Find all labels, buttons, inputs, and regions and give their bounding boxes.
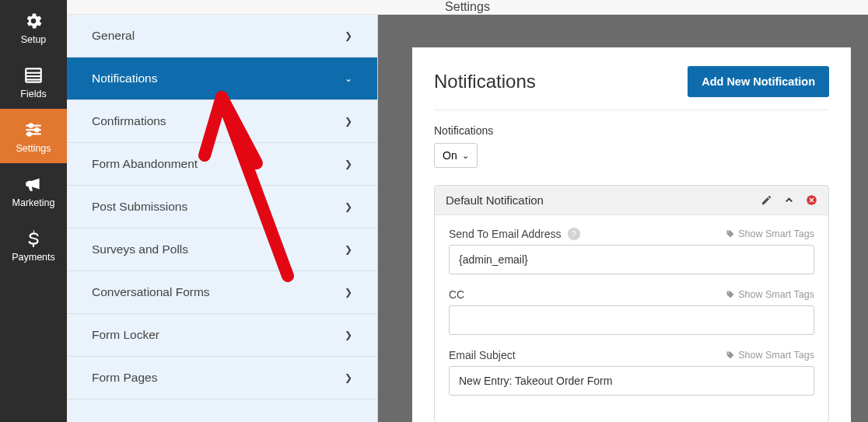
bullhorn-icon [23,174,44,194]
field-cc: CC Show Smart Tags [449,288,814,335]
cc-input[interactable] [449,305,814,335]
delete-icon[interactable] [806,194,817,206]
show-smart-tags-link[interactable]: Show Smart Tags [726,228,814,239]
sidebar-item-marketing[interactable]: Marketing [0,163,67,218]
submenu-label: Form Abandonment [92,157,198,171]
notifications-toggle-select[interactable]: On ⌄ [434,143,478,168]
sidebar-label: Fields [0,89,67,99]
submenu-label: Form Pages [92,371,157,385]
chevron-right-icon: ❯ [345,287,352,298]
page-title: Settings [445,0,490,14]
submenu-label: Confirmations [92,114,166,128]
card-title: Default Notification [446,194,544,207]
field-send-to: Send To Email Address ? Show Smart Tags [449,228,814,274]
tag-icon [726,351,735,360]
sidebar-label: Settings [0,143,67,154]
submenu-label: Surveys and Polls [92,242,188,256]
add-notification-button[interactable]: Add New Notification [688,66,829,97]
svg-point-7 [35,128,38,131]
submenu-item-post-submissions[interactable]: Post Submissions❯ [67,186,377,228]
field-label: Email Subject [449,349,516,361]
chevron-right-icon: ❯ [345,372,352,383]
chevron-down-icon: ⌄ [345,73,352,84]
settings-submenu: General❯ Notifications⌄ Confirmations❯ F… [67,15,378,422]
submenu-item-conversational-forms[interactable]: Conversational Forms❯ [67,271,377,314]
sidebar-label: Marketing [0,197,67,208]
sliders-icon [23,120,44,140]
sidebar-item-setup[interactable]: Setup [0,0,67,54]
show-smart-tags-link[interactable]: Show Smart Tags [726,289,814,300]
tag-icon [726,290,735,299]
chevron-down-icon: ⌄ [462,151,469,161]
select-value: On [443,149,457,162]
page-header: Settings [67,0,868,15]
svg-point-13 [728,232,730,233]
notifications-toggle-label: Notifications [434,124,829,137]
chevron-right-icon: ❯ [345,116,352,127]
submenu-label: General [92,29,135,43]
dollar-icon [23,228,44,249]
subject-input[interactable] [449,366,814,396]
submenu-item-notifications[interactable]: Notifications⌄ [67,58,377,100]
notifications-panel: Notifications Add New Notification Notif… [412,47,851,422]
chevron-right-icon: ❯ [345,244,352,255]
submenu-item-form-pages[interactable]: Form Pages❯ [67,357,377,399]
notification-card: Default Notification [434,185,829,422]
left-sidebar: Setup Fields Settings Marketing Payments [0,0,67,422]
submenu-label: Notifications [92,71,157,85]
chevron-right-icon: ❯ [345,201,352,212]
content-container: Notifications Add New Notification Notif… [378,15,868,422]
sidebar-item-payments[interactable]: Payments [0,218,67,272]
field-label: Send To Email Address [449,228,562,240]
send-to-input[interactable] [449,245,814,274]
list-icon [23,65,44,85]
submenu-item-general[interactable]: General❯ [67,15,377,58]
gear-icon [23,11,44,31]
submenu-label: Post Submissions [92,200,187,214]
chevron-right-icon: ❯ [345,330,352,340]
submenu-item-confirmations[interactable]: Confirmations❯ [67,100,377,143]
chevron-right-icon: ❯ [345,30,352,41]
sidebar-label: Setup [0,34,67,45]
svg-point-15 [728,353,730,354]
pencil-icon[interactable] [761,194,772,206]
chevron-right-icon: ❯ [345,159,352,169]
sidebar-item-settings[interactable]: Settings [0,109,67,163]
submenu-label: Conversational Forms [92,285,210,299]
submenu-item-surveys-polls[interactable]: Surveys and Polls❯ [67,228,377,271]
show-smart-tags-link[interactable]: Show Smart Tags [726,350,814,361]
help-icon[interactable]: ? [568,228,580,240]
svg-point-5 [30,124,33,127]
field-label: CC [449,288,464,301]
submenu-label: Form Locker [92,328,159,342]
sidebar-label: Payments [0,252,67,263]
tag-icon [726,229,735,239]
panel-title: Notifications [434,71,536,92]
svg-point-14 [728,292,730,294]
sidebar-item-fields[interactable]: Fields [0,54,67,109]
submenu-item-form-locker[interactable]: Form Locker❯ [67,314,377,357]
chevron-up-icon[interactable] [783,194,795,206]
svg-point-9 [27,132,30,135]
field-email-subject: Email Subject Show Smart Tags [449,349,814,396]
submenu-item-form-abandonment[interactable]: Form Abandonment❯ [67,143,377,186]
